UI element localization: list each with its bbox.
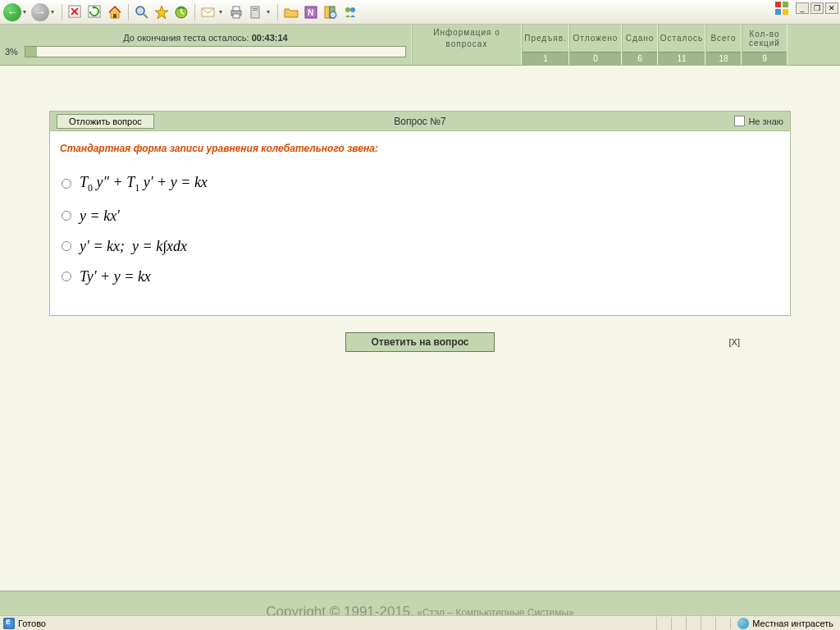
ie-icon [3,618,15,629]
nav-back-button[interactable]: ← [3,3,21,21]
progress-percent: 3% [5,47,18,57]
option-3-formula: y′ = kx; y = k∫xdx [80,238,187,255]
radio-icon[interactable] [62,272,71,281]
home-button[interactable] [106,3,124,21]
svg-rect-21 [775,9,781,15]
svg-rect-10 [253,8,258,9]
radio-icon[interactable] [62,179,71,189]
option-2[interactable]: y = kx′ [60,208,780,225]
option-1[interactable]: T0 y″ + T1 y′ + y = kx [60,174,780,194]
submit-answer-button[interactable]: Ответить на вопрос [345,332,494,352]
postpone-button[interactable]: Отложить вопрос [57,114,154,129]
close-link[interactable]: [X] [729,337,740,347]
toolbar-separator [194,4,195,21]
svg-point-16 [330,11,336,18]
status-ready: Готово [18,619,46,628]
col-presented-header: Предъяв. [523,25,568,52]
forward-dropdown[interactable]: ▾ [51,8,57,16]
question-box: Отложить вопрос Вопрос №7 Не знаю Станда… [49,111,791,316]
edit-dropdown[interactable]: ▾ [267,8,273,16]
col-sections-value: 9 [742,52,787,65]
print-button[interactable] [227,3,245,21]
folder-button[interactable] [282,3,300,21]
svg-point-17 [345,7,350,12]
col-submitted-header: Сдано [623,25,657,52]
radio-icon[interactable] [62,211,71,221]
col-postponed-header: Отложено [570,25,621,52]
security-zone-text: Местная интрасеть [752,619,833,628]
svg-rect-8 [233,14,240,18]
question-text: Стандартная форма записи уравнения колеб… [60,143,780,154]
toolbar-separator [277,4,278,21]
research-button[interactable] [322,3,340,21]
favorites-button[interactable] [153,3,171,21]
svg-rect-14 [325,7,330,18]
status-cell [701,617,715,630]
mail-dropdown[interactable]: ▾ [219,8,226,16]
col-remaining-value: 11 [659,52,705,65]
radio-icon[interactable] [62,241,71,251]
messenger-button[interactable] [341,3,359,21]
security-zone-icon [737,618,749,629]
status-cell [715,617,730,630]
col-total-value: 18 [706,52,741,65]
history-button[interactable] [172,3,190,21]
question-title: Вопрос №7 [394,116,445,127]
svg-rect-22 [783,9,788,15]
dontknow-checkbox[interactable] [734,116,745,126]
status-cell [686,617,701,630]
col-info-header: Информация о вопросах [413,25,521,52]
col-submitted-value: 6 [623,52,657,65]
status-bar: Готово Местная интрасеть [0,615,840,630]
browser-toolbar: ← ▾ → ▾ ▾ ▾ N _ ❐ ✕ [0,0,840,25]
status-cell [671,617,686,630]
windows-logo-icon [774,1,789,16]
close-button[interactable]: ✕ [825,2,838,14]
stop-button[interactable] [66,3,84,21]
minimize-button[interactable]: _ [796,2,809,14]
svg-point-3 [136,7,144,15]
edit-button[interactable] [247,3,265,21]
col-presented-value: 1 [523,52,568,65]
svg-rect-7 [233,7,240,11]
window-controls: _ ❐ ✕ [774,1,838,16]
toolbar-separator [62,4,62,21]
option-3[interactable]: y′ = kx; y = k∫xdx [60,238,780,255]
option-4[interactable]: Ty′ + y = kx [60,268,780,285]
status-cell [656,617,671,630]
back-dropdown[interactable]: ▾ [23,8,30,16]
col-remaining-header: Осталось [659,25,705,52]
mail-button[interactable] [199,3,217,21]
onenote-button[interactable]: N [302,3,320,21]
option-2-formula: y = kx′ [80,208,120,225]
option-4-formula: Ty′ + y = kx [80,268,151,285]
footer: Copyright © 1991-2015. «Стэл – Компьютер… [0,591,840,615]
col-postponed-value: 0 [570,52,621,65]
svg-point-18 [350,7,355,12]
option-1-formula: T0 y″ + T1 y′ + y = kx [80,174,208,194]
nav-forward-button[interactable]: → [31,3,49,21]
svg-rect-11 [253,10,258,11]
search-button[interactable] [133,3,151,21]
col-sections-header: Кол-во секций [742,25,787,52]
timer-label: До окончания теста осталось: 00:43:14 [123,33,287,43]
timer-value: 00:43:14 [252,33,288,43]
toolbar-separator [128,4,129,21]
test-info-bar: До окончания теста осталось: 00:43:14 3%… [0,25,840,66]
copyright-text: Copyright © 1991-2015. «Стэл – Компьютер… [266,604,573,615]
svg-text:N: N [308,8,313,17]
restore-button[interactable]: ❐ [810,2,824,14]
svg-rect-20 [783,2,788,7]
col-total-header: Всего [706,25,741,52]
dontknow-label: Не знаю [748,116,783,126]
refresh-button[interactable] [86,3,104,21]
progress-bar [25,46,406,57]
svg-rect-19 [775,2,781,7]
svg-rect-2 [113,14,116,18]
